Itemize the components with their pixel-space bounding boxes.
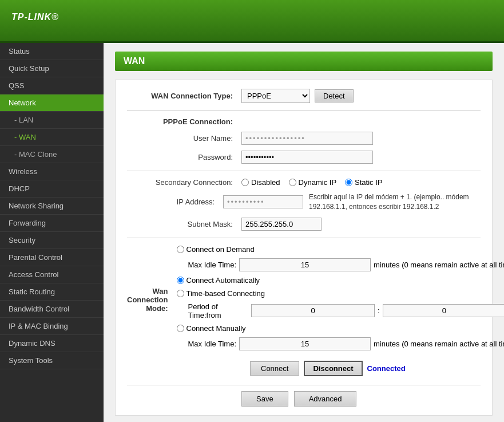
sidebar-item-static-routing[interactable]: Static Routing (0, 283, 104, 301)
period-label: Period of Time:from (188, 302, 249, 320)
sidebar-item-security[interactable]: Security (0, 232, 104, 249)
subnet-mask-row: Subnet Mask: (127, 218, 481, 231)
sidebar-item-access-control[interactable]: Access Control (0, 266, 104, 283)
time-period-row: Period of Time:from : (HH:MM) to : (HH:M… (188, 302, 505, 320)
sidebar-item-status[interactable]: Status (0, 43, 104, 60)
sidebar-item-lan[interactable]: - LAN (0, 112, 104, 129)
page-title: WAN (115, 52, 493, 71)
ip-address-label: IP Address: (127, 198, 223, 206)
connect-manually-radio[interactable] (177, 325, 184, 332)
connect-automatically-option[interactable]: Connect Automatically (177, 276, 260, 285)
sidebar-item-bandwidth-control[interactable]: Bandwidth Control (0, 301, 104, 318)
user-name-label: User Name: (127, 134, 241, 143)
max-idle-time-1-input[interactable] (239, 258, 371, 271)
ip-hint-text: Escribir aquí la IP del módem + 1. (ejem… (309, 192, 481, 212)
dynamic-ip-option[interactable]: Dynamic IP (289, 178, 336, 187)
secondary-connection-row: Secondary Connection: Disabled Dynamic I… (127, 178, 481, 187)
wan-connection-mode-label: Wan Connection Mode: (127, 287, 177, 313)
connect-on-demand-row: Connect on Demand (177, 245, 505, 254)
connect-on-demand-option[interactable]: Connect on Demand (177, 245, 255, 254)
connect-manually-label: Connect Manually (186, 324, 246, 333)
logo-text: TP-LINK (11, 12, 51, 22)
advanced-button[interactable]: Advanced (294, 391, 357, 407)
password-input[interactable] (241, 151, 373, 164)
max-idle-time-1-row: Max Idle Time: minutes (0 means remain a… (188, 258, 505, 271)
save-button[interactable]: Save (241, 391, 288, 407)
logo: TP-LINK® (11, 10, 59, 31)
connect-manually-option[interactable]: Connect Manually (177, 324, 246, 333)
colon-1: : (378, 306, 380, 315)
sidebar-item-qss[interactable]: QSS (0, 77, 104, 94)
connection-status: Connected (367, 364, 406, 373)
divider-1 (127, 110, 481, 111)
time-from-h-input[interactable] (251, 304, 375, 317)
disabled-label: Disabled (251, 178, 280, 187)
connect-automatically-row: Connect Automatically (177, 276, 505, 285)
sidebar-item-forwarding[interactable]: Forwarding (0, 215, 104, 232)
connect-disconnect-area: Connect Disconnect Connected (127, 361, 481, 376)
sidebar-item-wan[interactable]: - WAN (0, 129, 104, 146)
static-ip-option[interactable]: Static IP (345, 178, 382, 187)
disabled-option[interactable]: Disabled (241, 178, 280, 187)
sidebar-item-quick-setup[interactable]: Quick Setup (0, 60, 104, 77)
time-based-connecting-option[interactable]: Time-based Connecting (177, 289, 265, 298)
connect-on-demand-radio[interactable] (177, 246, 184, 253)
dynamic-ip-label: Dynamic IP (299, 178, 336, 187)
max-idle-time-2-input[interactable] (239, 337, 371, 350)
connect-on-demand-label: Connect on Demand (186, 245, 255, 254)
time-based-radio[interactable] (177, 290, 184, 297)
username-row: User Name: (127, 132, 481, 145)
sidebar: Status Quick Setup QSS Network - LAN - W… (0, 43, 104, 422)
static-ip-radio[interactable] (345, 179, 352, 186)
max-idle-time-1-label: Max Idle Time: (188, 261, 237, 269)
minutes-note-1: minutes (0 means remain active at all ti… (374, 261, 504, 269)
main-content: WAN WAN Connection Type: PPPoE Dynamic I… (104, 43, 504, 422)
password-label: Password: (127, 153, 241, 161)
wan-connection-mode-row: Wan Connection Mode: Connect on Demand M… (127, 245, 481, 355)
trademark: ® (51, 12, 59, 22)
user-name-input[interactable] (241, 132, 373, 145)
connection-mode-options: Connect on Demand Max Idle Time: minutes… (177, 245, 505, 355)
sidebar-item-parental-control[interactable]: Parental Control (0, 249, 104, 266)
wan-form: WAN Connection Type: PPPoE Dynamic IP St… (115, 80, 493, 416)
sidebar-item-wireless[interactable]: Wireless (0, 163, 104, 180)
dynamic-ip-radio[interactable] (289, 179, 296, 186)
wan-connection-type-select[interactable]: PPPoE Dynamic IP Static IP L2TP PPTP (241, 89, 310, 103)
secondary-connection-label: Secondary Connection: (127, 178, 241, 187)
connect-button[interactable]: Connect (250, 361, 299, 376)
connect-manually-row: Connect Manually (177, 324, 505, 333)
pppoe-connection-label: PPPoE Connection: (127, 117, 241, 126)
static-ip-label: Static IP (355, 178, 382, 187)
divider-2 (127, 171, 481, 171)
sidebar-item-network[interactable]: Network (0, 94, 104, 112)
time-from-m-input[interactable] (383, 304, 504, 317)
time-based-label: Time-based Connecting (186, 289, 265, 298)
sidebar-item-dynamic-dns[interactable]: Dynamic DNS (0, 335, 104, 352)
sidebar-item-dhcp[interactable]: DHCP (0, 180, 104, 198)
wan-connection-type-row: WAN Connection Type: PPPoE Dynamic IP St… (127, 89, 481, 103)
subnet-mask-label: Subnet Mask: (127, 220, 241, 228)
header: TP-LINK® (0, 0, 504, 43)
max-idle-time-2-label: Max Idle Time: (188, 340, 237, 348)
subnet-mask-input[interactable] (241, 218, 322, 231)
divider-3 (127, 238, 481, 238)
max-idle-time-2-row: Max Idle Time: minutes (0 means remain a… (188, 337, 505, 350)
sidebar-item-network-sharing[interactable]: Network Sharing (0, 198, 104, 215)
connect-automatically-radio[interactable] (177, 277, 184, 284)
sidebar-item-ip-mac-binding[interactable]: IP & MAC Binding (0, 318, 104, 335)
minutes-note-2: minutes (0 means remain active at all ti… (374, 340, 504, 348)
disabled-radio[interactable] (241, 179, 249, 186)
pppoe-connection-row: PPPoE Connection: (127, 117, 481, 126)
detect-button[interactable]: Detect (315, 89, 354, 102)
layout: Status Quick Setup QSS Network - LAN - W… (0, 43, 504, 422)
secondary-connection-options: Disabled Dynamic IP Static IP (241, 178, 382, 187)
sidebar-item-system-tools[interactable]: System Tools (0, 352, 104, 369)
wan-connection-type-label: WAN Connection Type: (127, 92, 241, 100)
password-row: Password: (127, 151, 481, 164)
sidebar-item-mac-clone[interactable]: - MAC Clone (0, 146, 104, 163)
ip-address-row: IP Address: Escribir aquí la IP del móde… (127, 192, 481, 212)
ip-address-input[interactable] (223, 195, 303, 208)
disconnect-button[interactable]: Disconnect (304, 361, 362, 376)
time-based-connecting-row: Time-based Connecting (177, 289, 505, 298)
footer-buttons: Save Advanced (127, 391, 481, 407)
